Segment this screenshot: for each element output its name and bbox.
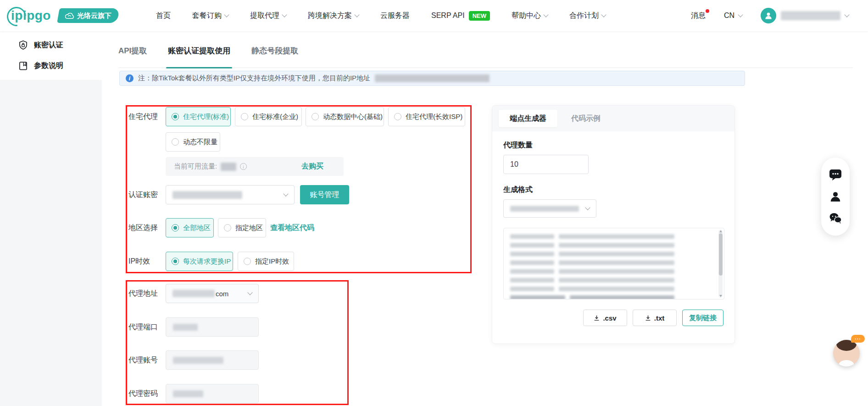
new-badge: NEW: [469, 11, 490, 21]
page: { "header": { "logo_text": "ipipgo", "lo…: [0, 0, 868, 406]
host-suffix: com: [216, 290, 228, 298]
notice-banner: 注：除TikTok套餐以外所有类型IP仅支持在境外环境下使用，您目前的IP地址: [119, 71, 745, 86]
cs-typing-bubble: ···: [851, 335, 865, 343]
quantity-input[interactable]: [503, 155, 589, 174]
option-fixed-duration[interactable]: 指定IP时效: [238, 252, 294, 271]
tab-code-sample[interactable]: 代码示例: [571, 114, 601, 124]
header-right: 消息 CN: [691, 8, 849, 23]
notice-text: 注：除TikTok套餐以外所有类型IP仅支持在境外环境下使用，您目前的IP地址: [138, 74, 370, 83]
traffic-info-bar: 当前可用流量: 去购买: [166, 157, 344, 176]
quantity-label: 代理数量: [503, 141, 723, 150]
option-residential-isp[interactable]: 住宅代理(长效ISP): [388, 107, 465, 126]
option-specified-region[interactable]: 指定地区: [218, 218, 266, 237]
proxy-address-select[interactable]: com: [166, 284, 259, 303]
contact-person-icon[interactable]: [829, 190, 842, 203]
option-residential-standard[interactable]: 住宅代理(标准): [166, 107, 231, 126]
radio-icon: [244, 258, 251, 265]
proxy-port-input[interactable]: [166, 317, 259, 337]
nav-item-help-center[interactable]: 帮助中心: [512, 11, 548, 21]
proxy-account-input[interactable]: [166, 350, 259, 370]
nav-item-home[interactable]: 首页: [156, 11, 171, 21]
radio-selected-icon: [172, 113, 179, 120]
format-select[interactable]: [503, 199, 596, 218]
option-rotate-per-request[interactable]: 每次请求更换IP: [166, 252, 233, 271]
scrollbar[interactable]: [718, 230, 723, 298]
redacted-endpoint-line: [510, 295, 712, 299]
customer-service-avatar[interactable]: [833, 340, 860, 367]
logo-wordmark: ipipgo: [11, 8, 51, 23]
option-dynamic-unlimited[interactable]: 动态不限量: [166, 132, 220, 152]
chevron-down-icon: [354, 12, 359, 17]
chevron-down-icon: [283, 191, 288, 196]
redacted-endpoint-line: [510, 234, 712, 239]
field-label-region: 地区选择: [128, 218, 158, 237]
copy-link-button[interactable]: 复制链接: [682, 310, 723, 326]
main-content: API提取 账密认证提取使用 静态号段提取 注：除TikTok套餐以外所有类型I…: [102, 31, 868, 406]
traffic-label: 当前可用流量:: [174, 162, 217, 171]
nav-item-cross-border[interactable]: 跨境解决方案: [308, 11, 359, 21]
redacted-endpoint-line: [510, 287, 712, 291]
top-nav-bar: ipipgo 光络云旗下 首页 套餐订购 提取代理 跨境解决方案 云服务器 SE…: [0, 0, 868, 31]
chevron-down-icon: [247, 290, 252, 295]
field-label-ip-duration: IP时效: [128, 252, 150, 271]
radio-icon: [241, 113, 248, 120]
info-circle-icon: [240, 163, 247, 170]
chevron-down-icon: [585, 205, 590, 210]
generator-tabs: 端点生成器 代码示例: [492, 106, 734, 131]
field-label-proxy-type: 住宅代理: [128, 107, 158, 126]
field-label-auth-account: 认证账密: [128, 185, 158, 204]
radio-icon: [394, 113, 401, 120]
account-manage-button[interactable]: 账号管理: [300, 185, 349, 204]
chat-icon[interactable]: [829, 168, 842, 182]
scrollbar-thumb[interactable]: [719, 233, 723, 276]
chevron-down-icon: [543, 12, 548, 17]
auth-account-select[interactable]: [166, 185, 295, 204]
download-txt-button[interactable]: .txt: [633, 310, 677, 326]
redacted-proxy-password: [173, 390, 203, 397]
tab-endpoint-generator[interactable]: 端点生成器: [499, 110, 557, 127]
book-icon: [18, 61, 28, 71]
chevron-down-icon: [844, 12, 849, 17]
redacted-port: [173, 324, 198, 331]
redacted-traffic-value: [221, 163, 236, 171]
radio-selected-icon: [172, 258, 179, 265]
nav-item-cloud-server[interactable]: 云服务器: [380, 11, 410, 21]
buy-link[interactable]: 去购买: [301, 162, 323, 171]
option-dynamic-datacenter[interactable]: 动态数据中心(基础): [306, 107, 384, 126]
region-code-link[interactable]: 查看地区代码: [270, 218, 314, 237]
radio-icon: [224, 224, 231, 231]
nav-item-extract-proxy[interactable]: 提取代理: [250, 11, 286, 21]
redacted-host: [172, 290, 215, 297]
sidebar-item-account-auth[interactable]: 账密认证: [0, 35, 102, 56]
wechat-icon[interactable]: [829, 211, 842, 225]
tab-static-range[interactable]: 静态号段提取: [251, 45, 298, 68]
tab-account-auth-usage[interactable]: 账密认证提取使用: [168, 45, 230, 68]
messages-link[interactable]: 消息: [691, 11, 706, 21]
option-residential-enterprise[interactable]: 住宅标准(企业): [235, 107, 302, 126]
redacted-ip: [375, 74, 490, 82]
user-menu[interactable]: [761, 8, 849, 23]
redacted-proxy-account: [173, 357, 223, 364]
radio-icon: [172, 138, 179, 146]
download-icon: [594, 315, 600, 321]
download-csv-button[interactable]: .csv: [583, 310, 627, 326]
field-label-proxy-port: 代理端口: [128, 317, 158, 337]
proxy-password-input[interactable]: [166, 384, 259, 403]
nav-item-plans[interactable]: 套餐订购: [192, 11, 228, 21]
tab-api-extract[interactable]: API提取: [118, 45, 147, 68]
scroll-up-icon[interactable]: [719, 230, 722, 232]
nav-item-serp-api[interactable]: SERP APINEW: [431, 11, 490, 21]
notification-dot: [706, 9, 709, 13]
option-all-regions[interactable]: 全部地区: [166, 218, 214, 237]
floating-contact-widget: [821, 158, 850, 236]
redacted-endpoint-line: [510, 252, 712, 256]
redacted-account: [172, 191, 242, 199]
scroll-down-icon[interactable]: [719, 295, 722, 297]
brand-logo[interactable]: ipipgo 光络云旗下: [11, 8, 118, 23]
redacted-username: [781, 11, 840, 20]
sidebar-item-parameter-docs[interactable]: 参数说明: [0, 56, 102, 76]
generated-endpoints-box[interactable]: [503, 228, 724, 299]
language-selector[interactable]: CN: [724, 11, 742, 20]
nav-item-partner-program[interactable]: 合作计划: [569, 11, 606, 21]
info-icon: [126, 74, 134, 82]
